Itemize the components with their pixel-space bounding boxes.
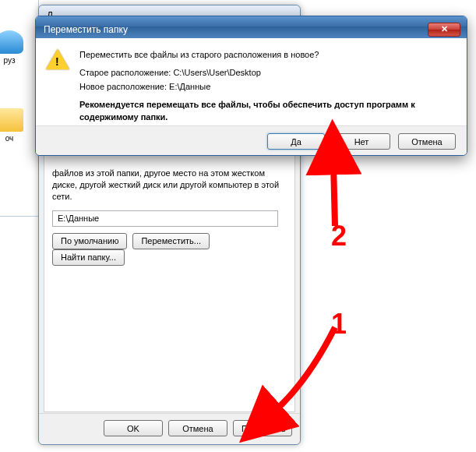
desktop-folder[interactable]: оч bbox=[0, 108, 29, 143]
download-icon bbox=[0, 30, 23, 54]
modal-old-location: Старое расположение: C:\Users\User\Deskt… bbox=[79, 67, 456, 79]
close-icon[interactable]: ✕ bbox=[428, 23, 460, 37]
modal-new-location: Новое расположение: E:\Данные bbox=[79, 81, 456, 93]
modal-question: Переместить все файлы из старого располо… bbox=[79, 49, 456, 61]
move-button[interactable]: Переместить... bbox=[132, 233, 210, 249]
no-button[interactable]: Нет bbox=[333, 133, 390, 150]
downloads-folder[interactable]: руз bbox=[0, 30, 29, 65]
find-folder-button[interactable]: Найти папку... bbox=[52, 249, 125, 266]
move-folder-confirm-dialog: Переместить папку ✕ Переместить все файл… bbox=[35, 16, 467, 156]
location-description: файлов из этой папки, другое место на эт… bbox=[52, 168, 287, 203]
annotation-number-2: 2 bbox=[331, 220, 347, 252]
modal-title-text: Переместить папку bbox=[44, 24, 128, 35]
location-path-input[interactable] bbox=[52, 210, 278, 227]
ok-button[interactable]: OK bbox=[104, 420, 163, 436]
yes-button[interactable]: Да bbox=[267, 133, 325, 150]
cancel-button[interactable]: Отмена bbox=[168, 420, 227, 436]
folder-icon bbox=[0, 108, 23, 132]
svg-line-0 bbox=[333, 164, 335, 226]
warning-icon bbox=[45, 49, 70, 121]
explorer-sidebar-fragment: руз оч bbox=[0, 0, 39, 217]
apply-button[interactable]: Применить bbox=[233, 420, 292, 436]
annotation-number-1: 1 bbox=[331, 308, 347, 341]
modal-recommendation: Рекомендуется перемещать все файлы, чтоб… bbox=[79, 99, 456, 123]
restore-default-button[interactable]: По умолчанию bbox=[52, 233, 127, 249]
modal-cancel-button[interactable]: Отмена bbox=[398, 133, 456, 150]
desktop-label: оч bbox=[5, 134, 14, 143]
downloads-label: руз bbox=[3, 56, 15, 65]
